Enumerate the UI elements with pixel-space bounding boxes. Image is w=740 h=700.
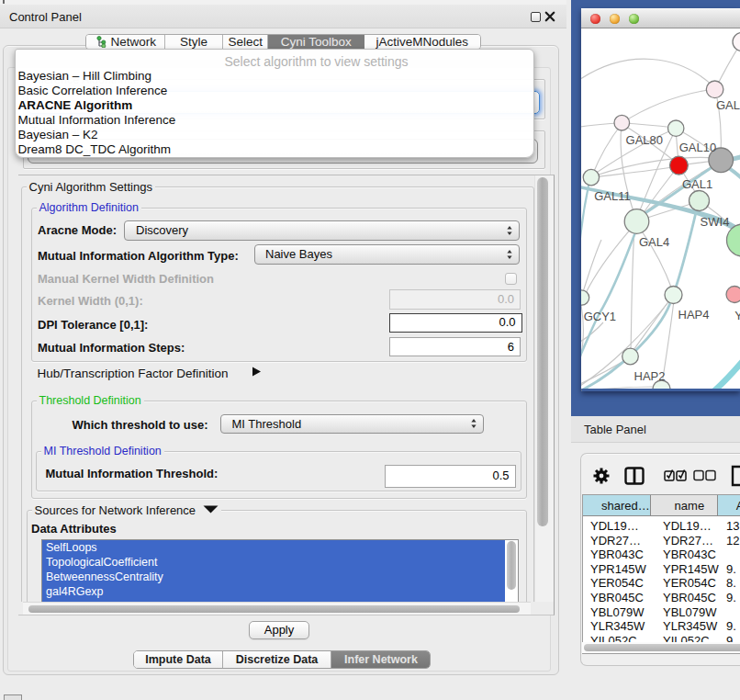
table-row[interactable]: YLR345WYLR345W9. <box>583 619 740 634</box>
which-threshold-label: Which threshold to use: <box>73 418 208 432</box>
aracne-mode-combobox[interactable]: Discovery <box>124 220 521 241</box>
dropdown-item[interactable]: Basic Correlation Inference <box>18 84 533 98</box>
dpi-tolerance-field[interactable]: 0.0 <box>389 313 522 333</box>
dropdown-item[interactable]: Dream8 DC_TDC Algorithm <box>18 142 533 157</box>
network-edge <box>622 89 714 123</box>
manual-kernel-label: Manual Kernel Width Definition <box>38 272 214 286</box>
network-node-corner[interactable] <box>733 33 740 51</box>
table-row[interactable]: YDR27…YDR27…12 <box>583 534 740 548</box>
table-horizontal-scrollbar[interactable] <box>582 642 740 653</box>
mi-type-value: Naive Bayes <box>265 247 332 261</box>
table-cell: YBL079W <box>583 605 652 620</box>
attribute-list-item[interactable]: gal4RGexp <box>42 584 518 599</box>
network-edge <box>622 123 675 128</box>
select-all-columns-icon[interactable] <box>664 469 688 482</box>
dropdown-item[interactable]: Mutual Information Inference <box>18 113 533 128</box>
float-window-icon[interactable] <box>531 12 541 22</box>
table-row[interactable]: YER054CYER054C8. <box>583 576 740 591</box>
network-node-SWI4[interactable] <box>690 191 710 211</box>
close-icon[interactable] <box>544 10 556 23</box>
icon-shape <box>507 250 511 259</box>
tab-discretize-data[interactable]: Discretize Data <box>223 651 331 668</box>
kernel-width-field[interactable]: 0.0 <box>389 289 521 310</box>
network-node-label: HAP4 <box>678 308 710 322</box>
data-attributes-list[interactable]: SelfLoopsTopologicalCoefficientBetweenne… <box>41 539 519 602</box>
network-canvas[interactable]: GALGAL80GAL10GAL1GAL11SWI4GAL4HAP4YGCY1H… <box>581 28 740 389</box>
mi-threshold-field[interactable]: 0.5 <box>385 465 516 488</box>
table-row[interactable]: YPR145WYPR145W9. <box>583 562 740 577</box>
collapse-arrow-icon[interactable] <box>203 505 219 514</box>
mi-steps-field[interactable]: 6 <box>389 337 521 356</box>
tab-cyni-toolbox[interactable]: Cyni Toolbox <box>268 35 364 49</box>
dropdown-item[interactable]: Bayesian – Hill Climbing <box>18 69 533 84</box>
network-node-GAL1[interactable] <box>670 156 689 175</box>
network-node-GAL11[interactable] <box>583 169 599 185</box>
tab-network[interactable]: Network <box>86 35 165 49</box>
network-node-GAL4[interactable] <box>624 209 649 234</box>
expand-arrow-icon[interactable] <box>252 367 262 377</box>
table-row[interactable]: YBR045CYBR045C9. <box>583 591 740 605</box>
network-icon <box>96 36 107 48</box>
network-window-titlebar[interactable] <box>581 8 740 28</box>
tab-impute-data[interactable]: Impute Data <box>134 651 223 668</box>
network-node-green[interactable] <box>727 224 740 256</box>
tab-jactivemnodules[interactable]: jActiveMNodules <box>364 35 480 49</box>
icon-shape <box>203 505 218 513</box>
window-zoom-traffic-light[interactable] <box>629 14 639 24</box>
manual-kernel-checkbox[interactable] <box>505 273 517 285</box>
table-cell: 9. <box>722 591 740 605</box>
network-node-label: SWI4 <box>701 215 730 229</box>
network-edge-thick <box>676 209 697 288</box>
list-scrollbar-thumb[interactable] <box>507 541 517 590</box>
unselect-all-columns-icon[interactable] <box>693 469 716 481</box>
table-row[interactable]: YBL079WYBL079W <box>583 605 740 620</box>
icon-shape <box>252 367 261 377</box>
tab-infer-network[interactable]: Infer Network <box>331 651 431 668</box>
dropdown-item[interactable]: ARACNE Algorithm <box>18 98 533 113</box>
horizontal-scrollbar[interactable] <box>23 602 531 615</box>
table-row[interactable]: YBR043CYBR043C <box>583 548 740 562</box>
attribute-list-item[interactable]: TopologicalCoefficient <box>42 555 518 570</box>
which-threshold-combobox[interactable]: MI Threshold <box>220 414 484 435</box>
column-header[interactable]: shared… <box>583 495 651 515</box>
network-node-HAP2[interactable] <box>622 348 639 365</box>
table-row[interactable]: YDL19…YDL19…13 <box>583 519 740 534</box>
dropdown-item[interactable]: Bayesian – K2 <box>18 128 533 142</box>
attribute-list-item[interactable]: SelfLoops <box>42 540 518 555</box>
tab-style[interactable]: Style <box>165 35 224 49</box>
list-scrollbar[interactable] <box>505 540 518 602</box>
window-minimize-traffic-light[interactable] <box>610 14 620 24</box>
column-header[interactable]: name <box>651 495 718 515</box>
network-node-GAL80[interactable] <box>614 115 630 130</box>
hub-definition-label: Hub/Transcription Factor Definition <box>38 367 229 380</box>
horizontal-scrollbar-thumb[interactable] <box>28 605 520 614</box>
table-cell: 8. <box>722 576 740 591</box>
apply-button[interactable]: Apply <box>249 621 309 639</box>
table-cell: 9. <box>722 619 740 634</box>
table-cell: YLR345W <box>583 619 652 634</box>
icon-shape <box>101 40 105 44</box>
gear-icon[interactable] <box>592 467 611 485</box>
network-node-label: GCY1 <box>584 310 616 323</box>
mi-threshold-label: Mutual Information Threshold: <box>46 467 219 480</box>
vertical-scrollbar[interactable] <box>534 175 554 602</box>
table-cell: YER054C <box>583 576 652 591</box>
combo-arrows-icon <box>471 419 477 428</box>
network-node-GCY1[interactable] <box>581 290 589 305</box>
new-table-icon[interactable] <box>731 465 740 487</box>
attribute-list-item[interactable]: BetweennessCentrality <box>42 570 518 584</box>
tab-select[interactable]: Select <box>223 35 268 49</box>
split-panel-icon[interactable] <box>624 467 645 485</box>
network-node-HAP4[interactable] <box>665 287 682 304</box>
minimized-panel-icon[interactable] <box>4 694 22 700</box>
vertical-scrollbar-thumb[interactable] <box>537 177 548 526</box>
network-node-GAL10[interactable] <box>668 120 684 136</box>
mi-type-combobox[interactable]: Naive Bayes <box>254 244 520 265</box>
column-header[interactable]: A <box>718 495 740 515</box>
table-hscroll-thumb[interactable] <box>584 644 740 651</box>
window-close-traffic-light[interactable] <box>590 14 600 24</box>
network-node-GALtop[interactable] <box>706 81 723 98</box>
network-node-Y[interactable] <box>726 287 740 303</box>
network-node-label: Y <box>734 309 740 322</box>
tab-cyni-toolbox-label: Cyni Toolbox <box>281 35 352 49</box>
